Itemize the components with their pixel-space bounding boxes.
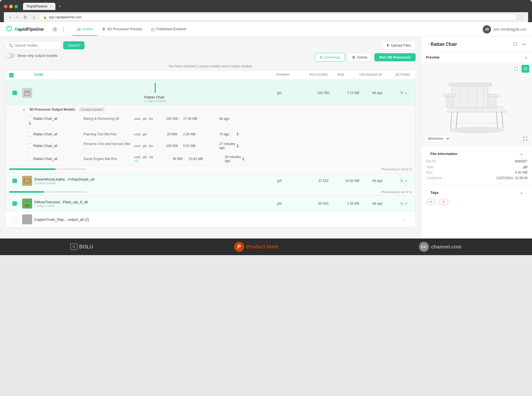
product-hunt-label: Product Hunt	[246, 244, 278, 250]
channel-logo: CC	[419, 242, 429, 252]
assets-icon: ▤	[77, 27, 81, 31]
browser-more-btn[interactable]: ⋮	[519, 14, 524, 20]
sheen-wood-action-col: ↻ ▼	[395, 178, 412, 184]
output-3-dl-btn[interactable]: ⬇	[241, 156, 250, 162]
close-window-btn[interactable]	[4, 5, 7, 8]
copper-name: CopperCoals_Rap...-output_all (2)	[34, 217, 276, 222]
output-1-checkbox[interactable]	[28, 132, 32, 136]
output-row-1[interactable]: Rattan Chair_all Planning Tool Mid Res .…	[6, 129, 415, 139]
logo-text: RapidPipeline	[14, 27, 44, 32]
download-button[interactable]: ⬇ Download	[315, 53, 345, 62]
url-bar[interactable]: 🔒 app.rapidpipeline.com	[39, 14, 517, 21]
output-0-checkbox[interactable]	[28, 116, 32, 121]
rattan-chair-checkbox[interactable]: ✓	[12, 91, 17, 95]
preview-2d-btn[interactable]	[512, 65, 520, 73]
view-mode-select[interactable]: Wireframe Solid Textured	[424, 135, 450, 142]
diffuse-thumb-col	[20, 199, 34, 209]
nav-item-assets[interactable]: ▤ Assets	[73, 23, 98, 36]
select-all-checkbox[interactable]: —	[9, 73, 14, 77]
sheen-wood-progress-text: Processing (1 out of 1)	[381, 190, 412, 194]
sheen-wood-main-row[interactable]: ✓	[6, 173, 415, 189]
tags-header[interactable]: Tags ▲	[426, 188, 528, 197]
panel-collapse-btn[interactable]: ‹	[426, 41, 431, 47]
rattan-chair-sync-btn[interactable]: ↻	[400, 90, 404, 95]
nav-item-embeds[interactable]: ◫ Published Embeds	[147, 23, 191, 36]
output-0-fmt1: .glb	[142, 117, 147, 120]
upload-button[interactable]: ⬆ Upload Files	[382, 41, 416, 50]
copper-checkbox[interactable]	[12, 217, 17, 222]
active-browser-tab[interactable]: RapidPipeline ×	[23, 3, 55, 10]
app-logo: RapidPipeline	[6, 25, 44, 34]
fullscreen-btn[interactable]	[521, 135, 529, 143]
rattan-chair-progress-fill	[9, 168, 56, 170]
delete-icon: 🗑	[352, 55, 355, 59]
controls-row: Show only output models ⬇ Download 🗑 Del…	[6, 53, 416, 62]
output-collapse-btn[interactable]: ▲	[22, 108, 25, 111]
file-size-value: 6.92 MB	[515, 171, 528, 174]
output-2-checkbox[interactable]	[28, 144, 32, 148]
file-info-rows: File ID: 4985957 Type: .glb Size: 6.92 M…	[426, 159, 528, 181]
diffuse-sync-btn[interactable]: ↻	[400, 201, 404, 206]
copper-main-row[interactable]: CopperCoals_Rap...-output_all (2) —	[6, 212, 415, 227]
search-icon: 🔍	[9, 43, 13, 47]
tag-remove-btn[interactable]: ×	[438, 199, 449, 205]
file-created-row: Created at: 11/07/2024, 15:38:39	[426, 175, 528, 181]
diffuse-expand-btn[interactable]: ▼	[405, 202, 408, 205]
output-3-uploaded: 26 minutes ago	[225, 155, 241, 163]
output-models-toggle[interactable]	[6, 53, 15, 58]
more-dots-icon: •••	[522, 42, 526, 47]
run-processor-button[interactable]: Run 3D Processor	[374, 53, 416, 61]
diffuse-checkbox[interactable]: ✓	[12, 201, 17, 206]
output-0-dl-btn[interactable]: ⬇	[28, 121, 34, 126]
panel-bookmark-btn[interactable]	[512, 40, 518, 48]
file-id-value: 4985957	[515, 159, 528, 163]
panel-more-btn[interactable]: •••	[521, 41, 528, 48]
search-input-wrap[interactable]: 🔍	[6, 41, 61, 49]
search-input[interactable]	[15, 43, 58, 47]
panel-title: Rattan Chair	[431, 42, 512, 47]
delete-button[interactable]: 🗑 Delete	[347, 53, 372, 62]
output-3-checkbox[interactable]	[28, 157, 32, 161]
minimize-window-btn[interactable]	[9, 5, 13, 8]
refresh-btn[interactable]: ↻	[22, 14, 29, 21]
back-btn[interactable]: ‹	[8, 14, 12, 20]
new-tab-btn[interactable]: +	[59, 4, 61, 9]
search-button[interactable]: Search	[63, 41, 85, 49]
output-row-3[interactable]: Rattan Chair_all Game Engine Mid Res .us…	[6, 153, 415, 166]
copper-expand-btn[interactable]: —	[402, 218, 405, 221]
download-icon: ⬇	[319, 55, 323, 59]
diffuse-main-row[interactable]: ✓	[6, 196, 415, 211]
sheen-wood-poly-col: 37 532	[310, 179, 337, 183]
file-type-row: Type: .glb	[426, 164, 528, 170]
file-info-header[interactable]: File Information ▲	[426, 149, 528, 159]
output-row-2[interactable]: Rattan Chair_all Preserve UVs and Normal…	[6, 139, 415, 153]
output-0-formats: .usdz .glb .fbx	[133, 117, 161, 120]
app-container: RapidPipeline ? ▎ ▤ Assets ⚙ 3D Processo…	[0, 22, 532, 238]
output-count-badge: 4 output models	[79, 108, 105, 111]
col-format-header: FORMAT	[276, 73, 310, 77]
output-2-dl-btn[interactable]: ⬇	[236, 143, 244, 149]
diffuse-upload-col: 8d ago	[359, 202, 395, 205]
nav-item-processor[interactable]: ⚙ 3D Processor Presets	[98, 23, 147, 36]
output-row-0[interactable]: Rattan Chair_all Baking & Remeshing 4K .…	[6, 114, 415, 129]
preview-section-header[interactable]: Preview ▲	[421, 52, 532, 62]
tab-close-btn[interactable]: ×	[50, 5, 51, 8]
rattan-chair-expand-btn[interactable]: ▲	[405, 91, 408, 94]
sheen-wood-sync-btn[interactable]: ↻	[400, 178, 404, 184]
diffuse-name: DiffuseTransmis...Plant_opt_8_all	[34, 200, 276, 204]
maximize-window-btn[interactable]	[14, 5, 18, 8]
help-badge[interactable]: ?	[52, 27, 58, 32]
rattan-chair-main-row[interactable]: ✓	[6, 80, 415, 105]
diffuse-sub: 1 output model	[34, 204, 276, 207]
sheen-wood-checkbox[interactable]: ✓	[12, 179, 17, 183]
sheen-wood-expand-btn[interactable]: ▼	[405, 179, 408, 182]
rattan-chair-poly-col: 100 000	[310, 91, 337, 95]
preview-3d-btn[interactable]	[521, 65, 529, 73]
add-tag-btn[interactable]: +	[426, 199, 436, 205]
forward-btn[interactable]: ›	[15, 14, 19, 20]
toggle-wrap: Show only output models	[6, 53, 57, 58]
home-btn[interactable]: ⌂	[31, 14, 37, 20]
rattan-chair-name-info: Rattan Chair 4 output models	[144, 95, 166, 103]
output-3-formats-wrap: .usdz .glb .obj	[133, 155, 167, 159]
output-1-dl-btn[interactable]: ⬇	[236, 131, 244, 137]
